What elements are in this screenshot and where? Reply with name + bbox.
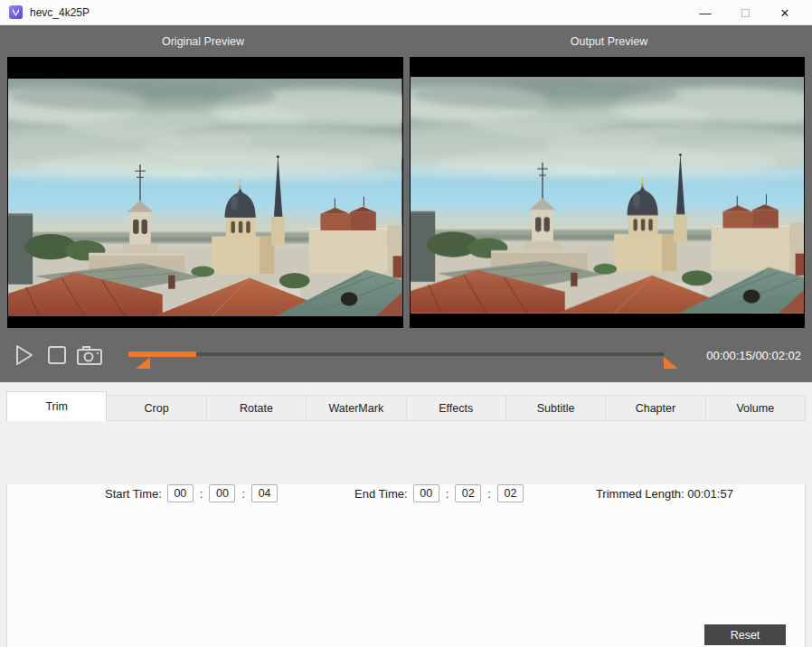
minimize-button[interactable]: —: [685, 0, 725, 25]
original-preview: [7, 57, 403, 328]
trim-panel: Start Time: : : End Time: : : Trimmed Le…: [6, 484, 806, 647]
start-seconds-field[interactable]: [251, 484, 278, 502]
play-icon: [14, 343, 35, 367]
start-minutes-field[interactable]: [209, 484, 235, 502]
trim-start-handle[interactable]: [136, 357, 150, 369]
snapshot-button[interactable]: [76, 342, 103, 369]
output-video-frame: [411, 77, 805, 314]
player-section: Original Preview Output Preview: [0, 25, 812, 382]
tab-rotate[interactable]: Rotate: [207, 395, 307, 421]
time-display: 00:00:15/00:02:02: [693, 349, 801, 362]
tab-volume[interactable]: Volume: [706, 395, 806, 421]
colon-separator: :: [241, 487, 245, 501]
end-minutes-field[interactable]: [455, 484, 481, 502]
tabbar: Trim Crop Rotate WaterMark Effects Subti…: [0, 382, 812, 421]
tab-chapter[interactable]: Chapter: [606, 395, 705, 421]
play-button[interactable]: [11, 342, 38, 369]
trimmed-length-label: Trimmed Length: 00:01:57: [596, 487, 733, 501]
colon-separator: :: [446, 487, 449, 501]
titlebar: hevc_4k25P — ✕: [0, 0, 812, 25]
output-preview: [410, 57, 806, 328]
original-video-frame: [8, 79, 402, 316]
tab-subtitle[interactable]: Subtitle: [506, 395, 606, 421]
window-controls: — ✕: [685, 0, 805, 25]
stop-button[interactable]: [43, 342, 71, 369]
original-preview-label: Original Preview: [0, 35, 406, 48]
window-title: hevc_4k25P: [30, 6, 90, 19]
colon-separator: :: [487, 487, 491, 501]
tab-crop[interactable]: Crop: [107, 395, 206, 421]
app-logo-icon: [9, 5, 23, 19]
tab-effects[interactable]: Effects: [407, 395, 506, 421]
stop-icon: [46, 344, 68, 366]
tab-trim[interactable]: Trim: [6, 391, 107, 421]
progress-fill: [128, 352, 196, 357]
camera-icon: [76, 344, 103, 366]
close-button[interactable]: ✕: [765, 0, 805, 25]
start-time-label: Start Time:: [105, 487, 162, 501]
maximize-button[interactable]: [725, 0, 765, 25]
start-hours-field[interactable]: [167, 484, 194, 502]
maximize-icon: [741, 9, 750, 17]
tab-watermark[interactable]: WaterMark: [307, 395, 406, 421]
output-preview-label: Output Preview: [406, 35, 812, 48]
reset-button[interactable]: Reset: [704, 624, 786, 645]
edit-section: Trim Crop Rotate WaterMark Effects Subti…: [0, 382, 812, 647]
trim-end-handle[interactable]: [664, 357, 678, 369]
end-hours-field[interactable]: [413, 484, 439, 502]
colon-separator: :: [200, 487, 203, 501]
end-time-label: End Time:: [354, 487, 408, 501]
end-seconds-field[interactable]: [497, 484, 524, 502]
timeline-slider[interactable]: [128, 343, 678, 367]
timeline-track[interactable]: [128, 352, 664, 356]
